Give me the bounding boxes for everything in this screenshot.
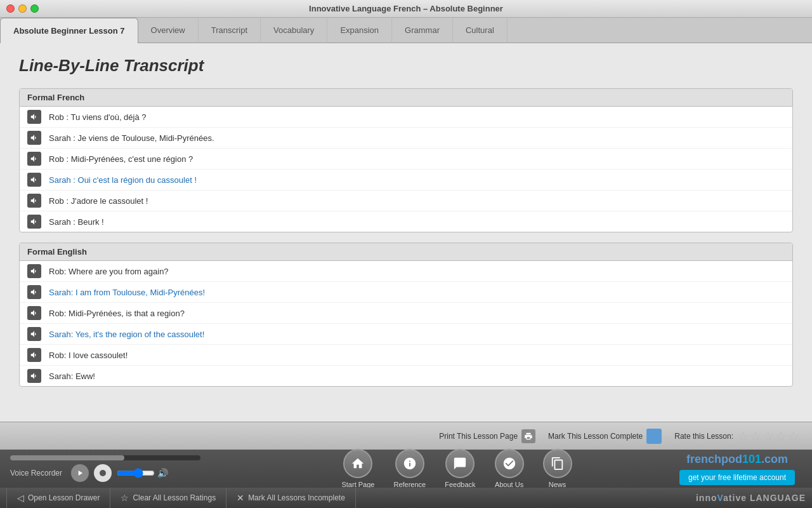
tab-transcript[interactable]: Transcript — [199, 18, 261, 43]
brand-name: frenchpod101.com — [686, 453, 788, 466]
play-french-2[interactable] — [27, 152, 41, 166]
english-line-4: Rob: I love cassoulet! — [49, 351, 128, 360]
transcript-line: Rob: Midi-Pyrénées, is that a region? — [20, 303, 792, 324]
volume-icon: 🔊 — [157, 468, 168, 478]
english-section: Formal English Rob: Where are you from a… — [19, 243, 793, 387]
brand-area: frenchpod101.com get your free lifetime … — [672, 453, 812, 485]
record-button[interactable] — [94, 464, 112, 482]
play-english-1[interactable] — [27, 285, 41, 299]
transcript-line: Rob: I love cassoulet! — [20, 345, 792, 366]
tab-overview[interactable]: Overview — [138, 18, 199, 43]
page-title: Line-By-Line Transcript — [19, 56, 793, 76]
transcript-line: Sarah : Je viens de Toulouse, Midi-Pyrén… — [20, 128, 792, 149]
french-line-5: Sarah : Beurk ! — [49, 217, 104, 227]
brand-bottom: innoVative LANGUAGE — [696, 493, 806, 503]
rate-section: Rate this Lesson: ☆ ☆ ☆ ☆ ☆ — [674, 429, 799, 444]
maximize-button[interactable] — [30, 4, 39, 13]
transcript-line: Sarah : Beurk ! — [20, 211, 792, 232]
transcript-line: Rob : J'adore le cassoulet ! — [20, 190, 792, 211]
print-label: Print This Lesson Page — [439, 432, 518, 441]
drawer-icon: ◁ — [17, 493, 24, 503]
french-section: Formal French Rob : Tu viens d'où, déjà … — [19, 88, 793, 232]
play-french-4[interactable] — [27, 194, 41, 208]
star-rating[interactable]: ☆ ☆ ☆ ☆ ☆ — [737, 429, 799, 444]
complete-button[interactable]: Mark This Lesson Complete — [548, 429, 662, 444]
english-section-header: Formal English — [20, 243, 792, 261]
star-2[interactable]: ☆ — [750, 429, 761, 444]
nav-feedback[interactable]: Feedback — [445, 449, 475, 488]
french-line-0: Rob : Tu viens d'où, déjà ? — [49, 112, 147, 122]
english-line-2: Rob: Midi-Pyrénées, is that a region? — [49, 309, 185, 318]
nav-about-us[interactable]: About Us — [495, 449, 524, 488]
window-controls — [6, 4, 39, 13]
brand-text: frenchpod101.com — [686, 453, 788, 465]
record-dot — [100, 470, 106, 476]
free-account-button[interactable]: get your free lifetime account — [679, 470, 795, 485]
play-button[interactable] — [71, 464, 89, 482]
volume-slider[interactable] — [117, 468, 155, 478]
mark-incomplete[interactable]: ✕ Mark All Lessons Incomplete — [226, 488, 356, 508]
star-3[interactable]: ☆ — [763, 429, 774, 444]
tab-expansion[interactable]: Expansion — [327, 18, 392, 43]
nav-start-page[interactable]: Start Page — [341, 449, 374, 488]
transcript-line: Sarah: Yes, it's the region of the casso… — [20, 324, 792, 345]
rate-label: Rate this Lesson: — [674, 432, 733, 441]
reference-icon — [395, 449, 424, 478]
star-5[interactable]: ☆ — [788, 429, 799, 444]
complete-label: Mark This Lesson Complete — [548, 432, 643, 441]
start-page-icon — [343, 449, 372, 478]
tab-active-lesson[interactable]: Absolute Beginner Lesson 7 — [0, 18, 138, 43]
play-english-2[interactable] — [27, 306, 41, 320]
play-french-1[interactable] — [27, 131, 41, 145]
play-french-5[interactable] — [27, 215, 41, 229]
play-english-3[interactable] — [27, 327, 41, 341]
voice-recorder-label: Voice Recorder — [10, 469, 62, 478]
clear-ratings-label: Clear All Lesson Ratings — [133, 493, 216, 502]
print-icon — [521, 429, 535, 443]
nav-news[interactable]: News — [543, 449, 572, 488]
print-button[interactable]: Print This Lesson Page — [439, 429, 535, 443]
progress-fill — [10, 455, 124, 460]
tab-vocabulary[interactable]: Vocabulary — [261, 18, 327, 43]
tab-grammar[interactable]: Grammar — [392, 18, 453, 43]
close-button[interactable] — [6, 4, 15, 13]
french-line-2: Rob : Midi-Pyrénées, c'est une région ? — [49, 154, 193, 164]
transcript-line: Sarah: Eww! — [20, 366, 792, 386]
play-french-0[interactable] — [27, 110, 41, 124]
clear-ratings[interactable]: ☆ Clear All Lesson Ratings — [110, 488, 226, 508]
x-icon: ✕ — [237, 493, 244, 503]
nav-icons-area: Start Page Reference Feedback — [241, 449, 672, 488]
player-buttons: Voice Recorder 🔊 — [10, 464, 231, 482]
star-1[interactable]: ☆ — [737, 429, 749, 444]
news-icon — [543, 449, 572, 478]
complete-checkbox[interactable] — [646, 429, 662, 444]
progress-bar[interactable] — [10, 455, 200, 460]
english-line-5: Sarah: Eww! — [49, 371, 95, 381]
volume-control: 🔊 — [117, 468, 168, 478]
player-bar: Voice Recorder 🔊 Start Page — [0, 450, 812, 488]
open-lesson-label: Open Lesson Drawer — [28, 493, 100, 502]
star-4[interactable]: ☆ — [775, 429, 787, 444]
feedback-icon — [445, 449, 475, 478]
french-section-header: Formal French — [20, 89, 792, 107]
play-english-0[interactable] — [27, 264, 41, 278]
action-bar: ◁ Open Lesson Drawer ☆ Clear All Lesson … — [0, 488, 812, 508]
about-us-icon — [495, 449, 524, 478]
window-title: Innovative Language French – Absolute Be… — [309, 4, 503, 13]
transcript-line: Rob : Tu viens d'où, déjà ? — [20, 107, 792, 128]
open-lesson-drawer[interactable]: ◁ Open Lesson Drawer — [6, 488, 110, 508]
mark-incomplete-label: Mark All Lessons Incomplete — [248, 493, 345, 502]
play-french-3[interactable] — [27, 173, 41, 187]
play-english-4[interactable] — [27, 348, 41, 362]
title-bar: Innovative Language French – Absolute Be… — [0, 0, 812, 18]
english-line-0: Rob: Where are you from again? — [49, 267, 169, 276]
transcript-line: Rob : Midi-Pyrénées, c'est une région ? — [20, 149, 792, 170]
play-english-5[interactable] — [27, 369, 41, 383]
nav-reference[interactable]: Reference — [393, 449, 426, 488]
app-container: Absolute Beginner Lesson 7 Overview Tran… — [0, 18, 812, 508]
transcript-line: Rob: Where are you from again? — [20, 261, 792, 282]
minimize-button[interactable] — [18, 4, 27, 13]
french-line-3: Sarah : Oui c'est la région du cassoulet… — [49, 175, 197, 185]
transcript-line: Sarah : Oui c'est la région du cassoulet… — [20, 170, 792, 190]
tab-cultural[interactable]: Cultural — [453, 18, 508, 43]
